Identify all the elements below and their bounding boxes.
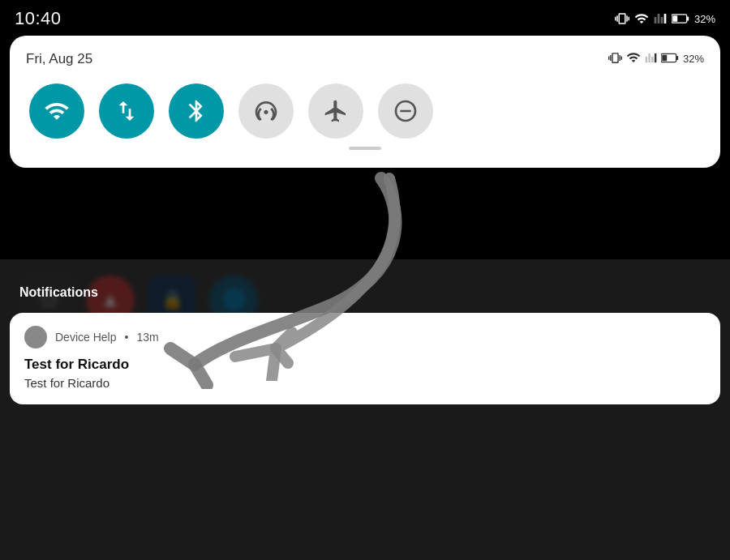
dnd-toggle[interactable] [378, 83, 433, 139]
notification-card[interactable]: Device Help • 13m Test for Ricardo Test … [10, 313, 720, 404]
qs-status-right: 32% [608, 50, 704, 67]
notif-top: Device Help • 13m [24, 326, 706, 348]
notif-body: Test for Ricardo [24, 376, 706, 390]
wifi-status-icon [634, 11, 649, 26]
wifi-toggle[interactable] [29, 83, 84, 139]
qs-battery-icon [661, 52, 679, 66]
notifications-section: Notifications Device Help • 13m Test for… [0, 276, 730, 409]
notif-separator: • [124, 331, 128, 344]
svg-rect-1 [687, 16, 689, 20]
qs-date: Fri, Aug 25 [26, 51, 92, 67]
signal-icon [654, 12, 667, 25]
vibrate-icon [615, 11, 629, 26]
hotspot-toggle[interactable] [238, 83, 294, 139]
airplane-mode-toggle[interactable] [308, 83, 363, 139]
battery-percent: 32% [694, 13, 715, 25]
qs-battery-percent: 32% [683, 53, 704, 65]
battery-icon [672, 13, 689, 24]
status-icons: 32% [615, 11, 715, 26]
bluetooth-toggle[interactable] [169, 83, 224, 139]
notif-time: 13m [136, 331, 158, 344]
quick-settings-panel: Fri, Aug 25 [10, 36, 720, 168]
notif-title: Test for Ricardo [24, 357, 706, 373]
notif-app-icon [24, 326, 47, 348]
qs-icons-row [26, 83, 704, 139]
status-bar: 10:40 32% [0, 0, 730, 36]
svg-rect-2 [672, 15, 677, 22]
qs-header: Fri, Aug 25 [26, 50, 704, 67]
svg-rect-4 [676, 56, 678, 60]
notif-app-name: Device Help [55, 331, 116, 344]
drag-handle [349, 147, 381, 150]
mobile-data-toggle[interactable] [99, 83, 154, 139]
svg-rect-5 [662, 55, 667, 62]
status-time: 10:40 [15, 8, 62, 29]
qs-signal-icon [645, 52, 657, 66]
qs-vibrate-icon [608, 51, 622, 67]
qs-wifi-icon [626, 50, 641, 67]
notifications-header: Notifications [0, 276, 730, 308]
